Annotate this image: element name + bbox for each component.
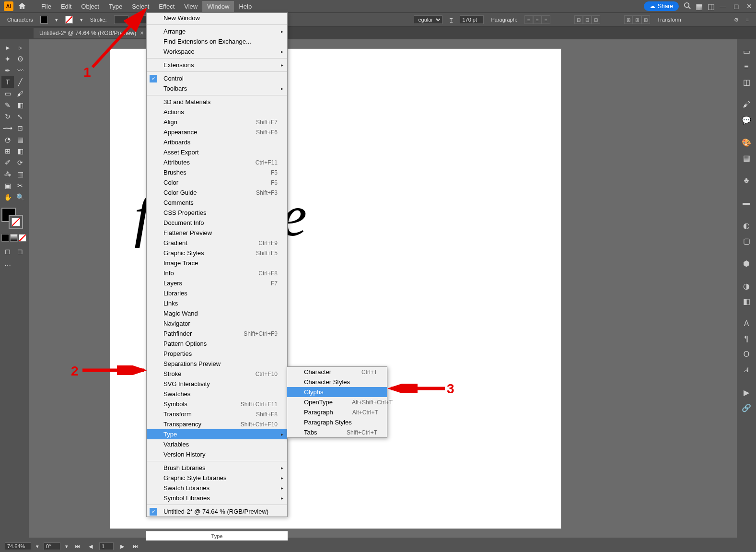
window-menu-item-color[interactable]: ColorF6 — [147, 177, 287, 188]
window-menu-item-comments[interactable]: Comments — [147, 198, 287, 208]
window-menu-item-appearance[interactable]: AppearanceShift+F6 — [147, 127, 287, 137]
menu-file[interactable]: File — [36, 1, 56, 12]
fill-stroke-swatches[interactable] — [1, 208, 25, 232]
type-submenu-item-paragraph[interactable]: ParagraphAlt+Ctrl+T — [287, 407, 387, 417]
window-menu-item-workspace[interactable]: Workspace▸ — [147, 47, 287, 57]
rotate-tool[interactable]: ↻ — [1, 111, 14, 122]
window-menu-item-svg-interactivity[interactable]: SVG Interactivity — [147, 379, 287, 389]
paragraph-panel-icon[interactable]: ¶ — [739, 332, 754, 346]
eraser-tool[interactable]: ◧ — [14, 99, 26, 111]
last-artboard-icon[interactable]: ⏭ — [131, 543, 140, 549]
actions-panel-icon[interactable]: ▶ — [739, 385, 754, 399]
window-menu-item-asset-export[interactable]: Asset Export — [147, 147, 287, 157]
window-menu-item-3d-and-materials[interactable]: 3D and Materials — [147, 97, 287, 107]
mesh-tool[interactable]: ⊞ — [1, 145, 14, 157]
first-artboard-icon[interactable]: ⏮ — [73, 543, 82, 549]
swatches-panel-icon[interactable]: ▦ — [739, 151, 754, 165]
window-menu-item-swatches[interactable]: Swatches — [147, 389, 287, 399]
type-tool[interactable]: T — [1, 76, 14, 88]
properties-panel-icon[interactable]: ▭ — [739, 44, 754, 59]
window-menu-item-transform[interactable]: TransformShift+F8 — [147, 409, 287, 419]
window-menu-item-properties[interactable]: Properties — [147, 349, 287, 359]
shaper-tool[interactable]: ✎ — [1, 99, 14, 111]
libraries-panel-icon[interactable]: ◫ — [739, 75, 754, 89]
free-transform-tool[interactable]: ⊡ — [14, 122, 26, 134]
dist-1[interactable]: ⊞ — [624, 15, 633, 24]
arrange-documents-icon[interactable]: ▦ — [696, 2, 703, 11]
line-tool[interactable]: ╱ — [14, 76, 26, 88]
type-submenu-item-character-styles[interactable]: Character Styles — [287, 377, 387, 387]
type-submenu-item-paragraph-styles[interactable]: Paragraph Styles — [287, 417, 387, 427]
dist-3[interactable]: ⊞ — [641, 15, 650, 24]
window-menu-item-transparency[interactable]: TransparencyShift+Ctrl+F10 — [147, 419, 287, 429]
window-menu-item-libraries[interactable]: Libraries — [147, 288, 287, 298]
artboard-nav-input[interactable] — [99, 542, 114, 550]
window-menu-item-document-info[interactable]: Document Info — [147, 218, 287, 228]
window-menu-item-symbol-libraries[interactable]: Symbol Libraries▸ — [147, 493, 287, 503]
window-menu-item-links[interactable]: Links — [147, 298, 287, 308]
magic-wand-tool[interactable]: ✦ — [1, 53, 14, 65]
window-menu-item-navigator[interactable]: Navigator — [147, 318, 287, 329]
type-submenu-item-tabs[interactable]: TabsShift+Ctrl+T — [287, 427, 387, 437]
perspective-tool[interactable]: ▦ — [14, 134, 26, 145]
blend-tool[interactable]: ⟳ — [14, 157, 26, 168]
3d-panel-icon[interactable]: ⬢ — [739, 256, 754, 270]
align-left-icon[interactable]: ≡ — [524, 15, 533, 24]
menu-window[interactable]: Window — [202, 1, 234, 12]
layers-panel-icon[interactable]: ≡ — [739, 59, 754, 74]
window-menu-item-swatch-libraries[interactable]: Swatch Libraries▸ — [147, 483, 287, 493]
window-menu-item-new-window[interactable]: New Window — [147, 13, 287, 23]
gradient-tool[interactable]: ◧ — [14, 145, 26, 157]
scale-tool[interactable]: ⤡ — [14, 111, 26, 122]
links-panel-icon[interactable]: 🔗 — [739, 400, 754, 415]
fill-swatch[interactable] — [40, 16, 48, 23]
eyedropper-tool[interactable]: ✐ — [1, 157, 14, 168]
draw-normal-icon[interactable]: ◻ — [1, 246, 14, 257]
edit-toolbar-icon[interactable]: ⋯ — [1, 259, 14, 271]
share-button[interactable]: ☁ Share — [644, 1, 679, 11]
window-menu-item-version-history[interactable]: Version History — [147, 449, 287, 459]
artboard-tool[interactable]: ▣ — [1, 180, 14, 191]
dist-2[interactable]: ⊞ — [633, 15, 641, 24]
type-submenu-item-opentype[interactable]: OpenTypeAlt+Shift+Ctrl+T — [287, 397, 387, 407]
window-menu-item-find-extensions-on-exchange[interactable]: Find Extensions on Exchange... — [147, 36, 287, 47]
menu-help[interactable]: Help — [234, 1, 256, 12]
window-menu-item-artboards[interactable]: Artboards — [147, 137, 287, 147]
close-icon[interactable]: ✕ — [746, 2, 752, 10]
window-menu-item-variables[interactable]: Variables — [147, 439, 287, 449]
align-center-icon[interactable]: ≡ — [533, 15, 542, 24]
window-menu-item-type[interactable]: Type▸ — [147, 429, 287, 439]
menu-effect[interactable]: Effect — [154, 1, 179, 12]
window-menu-item-attributes[interactable]: AttributesCtrl+F11 — [147, 157, 287, 167]
paintbrush-tool[interactable]: 🖌 — [14, 88, 26, 99]
character-panel-icon[interactable]: A — [739, 317, 754, 331]
pen-tool[interactable]: ✒ — [1, 65, 14, 76]
search-icon[interactable] — [684, 2, 691, 11]
curvature-tool[interactable]: 〰 — [14, 65, 26, 76]
brushes-panel-icon[interactable]: 🖌 — [739, 97, 754, 112]
color-panel-icon[interactable]: 🎨 — [739, 135, 754, 150]
zoom-input[interactable] — [5, 542, 31, 550]
gradient-panel-icon[interactable]: ◑ — [739, 279, 754, 293]
zoom-tool[interactable]: 🔍 — [14, 191, 26, 203]
glyphs-panel-icon[interactable]: 𝐴 — [739, 363, 754, 377]
window-menu-item-gradient[interactable]: GradientCtrl+F9 — [147, 238, 287, 248]
align-obj-1[interactable]: ⊟ — [574, 15, 583, 24]
menu-edit[interactable]: Edit — [56, 1, 76, 12]
window-menu-item-brushes[interactable]: BrushesF5 — [147, 167, 287, 177]
lasso-tool[interactable]: ʘ — [14, 53, 26, 65]
slice-tool[interactable]: ✂ — [14, 180, 26, 191]
none-mode-swatch[interactable] — [19, 234, 26, 242]
window-menu-item-arrange[interactable]: Arrange▸ — [147, 26, 287, 36]
window-menu-item-symbols[interactable]: SymbolsShift+Ctrl+F11 — [147, 399, 287, 409]
window-menu-item-pathfinder[interactable]: PathfinderShift+Ctrl+F9 — [147, 329, 287, 339]
color-mode-swatch[interactable] — [1, 234, 9, 242]
window-menu-item-separations-preview[interactable]: Separations Preview — [147, 359, 287, 369]
column-graph-tool[interactable]: ▥ — [14, 168, 26, 180]
rectangle-tool[interactable]: ▭ — [1, 88, 14, 99]
prev-artboard-icon[interactable]: ◀ — [87, 543, 94, 550]
preferences-icon[interactable]: ⚙ — [734, 17, 739, 23]
symbol-sprayer-tool[interactable]: ⁂ — [1, 168, 14, 180]
symbols-panel-icon[interactable]: ♣ — [739, 173, 754, 188]
window-menu-item-flattener-preview[interactable]: Flattener Preview — [147, 228, 287, 238]
